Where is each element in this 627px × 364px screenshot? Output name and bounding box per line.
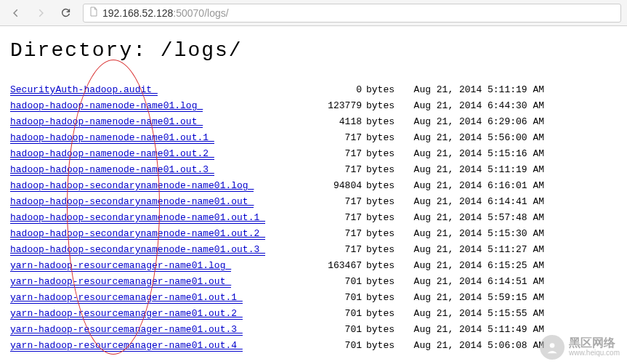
list-item: hadoop-hadoop-namenode-name01.log 123779…	[10, 98, 617, 114]
file-date: Aug 21, 2014 5:57:48 AM	[403, 210, 544, 226]
file-date: Aug 21, 2014 5:11:49 AM	[403, 322, 544, 338]
url-text: 192.168.52.128:50070/logs/	[102, 7, 229, 19]
file-link[interactable]: yarn-hadoop-resourcemanager-name01.out.3	[10, 324, 243, 336]
list-item: hadoop-hadoop-namenode-name01.out.1 717b…	[10, 130, 617, 146]
list-item: hadoop-hadoop-secondarynamenode-name01.o…	[10, 242, 617, 258]
list-item: hadoop-hadoop-namenode-name01.out 4118by…	[10, 114, 617, 130]
browser-toolbar: 192.168.52.128:50070/logs/	[0, 0, 627, 26]
url-host: 192.168.52.128	[102, 7, 173, 19]
file-link[interactable]: hadoop-hadoop-namenode-name01.out	[10, 116, 203, 128]
watermark: 黑区网络 www.heiqu.com	[540, 335, 620, 360]
file-link[interactable]: hadoop-hadoop-namenode-name01.log	[10, 100, 203, 112]
file-size: 717	[286, 162, 366, 178]
file-size: 701	[286, 322, 366, 338]
file-link[interactable]: yarn-hadoop-resourcemanager-name01.out.4	[10, 340, 243, 352]
url-rest: :50070/logs/	[173, 7, 228, 19]
file-date: Aug 21, 2014 5:15:16 AM	[403, 146, 544, 162]
directory-listing: SecurityAuth-hadoop.audit 0bytes Aug 21,…	[10, 82, 617, 354]
file-size: 701	[286, 306, 366, 322]
file-size: 701	[286, 338, 366, 354]
file-size: 701	[286, 274, 366, 290]
file-date: Aug 21, 2014 6:44:30 AM	[403, 98, 544, 114]
file-link[interactable]: yarn-hadoop-resourcemanager-name01.out.1	[10, 292, 243, 304]
file-size-unit: bytes	[366, 162, 403, 178]
file-date: Aug 21, 2014 6:14:51 AM	[403, 274, 544, 290]
file-size-unit: bytes	[366, 290, 403, 306]
file-size-unit: bytes	[366, 306, 403, 322]
watermark-url: www.heiqu.com	[569, 349, 620, 357]
file-date: Aug 21, 2014 5:06:08 AM	[403, 338, 544, 354]
list-item: yarn-hadoop-resourcemanager-name01.out.3…	[10, 322, 617, 338]
file-link[interactable]: hadoop-hadoop-secondarynamenode-name01.o…	[10, 244, 265, 256]
file-link[interactable]: yarn-hadoop-resourcemanager-name01.out	[10, 276, 231, 288]
file-size-unit: bytes	[366, 178, 403, 194]
file-date: Aug 21, 2014 5:11:19 AM	[403, 162, 544, 178]
reload-button[interactable]	[55, 3, 76, 23]
file-size-unit: bytes	[366, 82, 403, 98]
list-item: yarn-hadoop-resourcemanager-name01.log 1…	[10, 258, 617, 274]
file-link[interactable]: hadoop-hadoop-namenode-name01.out.1	[10, 132, 214, 144]
list-item: hadoop-hadoop-secondarynamenode-name01.o…	[10, 210, 617, 226]
file-date: Aug 21, 2014 6:14:41 AM	[403, 194, 544, 210]
file-date: Aug 21, 2014 5:15:55 AM	[403, 306, 544, 322]
file-size: 717	[286, 194, 366, 210]
file-size-unit: bytes	[366, 130, 403, 146]
file-size-unit: bytes	[366, 274, 403, 290]
file-size: 717	[286, 146, 366, 162]
file-date: Aug 21, 2014 5:11:19 AM	[403, 82, 544, 98]
list-item: hadoop-hadoop-secondarynamenode-name01.o…	[10, 194, 617, 210]
file-date: Aug 21, 2014 6:29:06 AM	[403, 114, 544, 130]
file-size-unit: bytes	[366, 338, 403, 354]
file-link[interactable]: hadoop-hadoop-secondarynamenode-name01.o…	[10, 196, 254, 208]
file-size: 163467	[286, 258, 366, 274]
watermark-icon	[540, 335, 565, 360]
list-item: yarn-hadoop-resourcemanager-name01.out.4…	[10, 338, 617, 354]
file-link[interactable]: hadoop-hadoop-secondarynamenode-name01.o…	[10, 212, 265, 224]
file-size-unit: bytes	[366, 258, 403, 274]
file-date: Aug 21, 2014 5:56:00 AM	[403, 130, 544, 146]
file-link[interactable]: SecurityAuth-hadoop.audit	[10, 84, 158, 96]
file-size-unit: bytes	[366, 194, 403, 210]
file-date: Aug 21, 2014 5:15:30 AM	[403, 226, 544, 242]
file-link[interactable]: yarn-hadoop-resourcemanager-name01.log	[10, 260, 231, 272]
list-item: hadoop-hadoop-secondarynamenode-name01.l…	[10, 178, 617, 194]
list-item: hadoop-hadoop-secondarynamenode-name01.o…	[10, 226, 617, 242]
file-date: Aug 21, 2014 5:59:15 AM	[403, 290, 544, 306]
file-size: 717	[286, 130, 366, 146]
back-button[interactable]	[6, 3, 26, 23]
file-size: 701	[286, 290, 366, 306]
file-size-unit: bytes	[366, 210, 403, 226]
svg-point-0	[550, 343, 555, 348]
file-size-unit: bytes	[366, 98, 403, 114]
file-size: 94804	[286, 178, 366, 194]
list-item: yarn-hadoop-resourcemanager-name01.out.1…	[10, 290, 617, 306]
list-item: yarn-hadoop-resourcemanager-name01.out 7…	[10, 274, 617, 290]
file-size-unit: bytes	[366, 242, 403, 258]
file-date: Aug 21, 2014 6:15:25 AM	[403, 258, 544, 274]
file-link[interactable]: hadoop-hadoop-secondarynamenode-name01.l…	[10, 180, 254, 192]
file-size-unit: bytes	[366, 146, 403, 162]
page-content: Directory: /logs/ SecurityAuth-hadoop.au…	[0, 26, 627, 364]
file-link[interactable]: hadoop-hadoop-secondarynamenode-name01.o…	[10, 228, 265, 240]
file-size: 717	[286, 210, 366, 226]
file-link[interactable]: yarn-hadoop-resourcemanager-name01.out.2	[10, 308, 243, 320]
list-item: yarn-hadoop-resourcemanager-name01.out.2…	[10, 306, 617, 322]
list-item: hadoop-hadoop-namenode-name01.out.3 717b…	[10, 162, 617, 178]
list-item: SecurityAuth-hadoop.audit 0bytes Aug 21,…	[10, 82, 617, 98]
file-size: 0	[286, 82, 366, 98]
watermark-title: 黑区网络	[569, 337, 620, 349]
file-size: 717	[286, 242, 366, 258]
list-item: hadoop-hadoop-namenode-name01.out.2 717b…	[10, 146, 617, 162]
file-date: Aug 21, 2014 5:11:27 AM	[403, 242, 544, 258]
file-link[interactable]: hadoop-hadoop-namenode-name01.out.3	[10, 164, 214, 176]
file-size: 717	[286, 226, 366, 242]
url-bar[interactable]: 192.168.52.128:50070/logs/	[83, 4, 621, 23]
forward-button[interactable]	[31, 3, 51, 23]
page-icon	[89, 7, 98, 19]
file-size-unit: bytes	[366, 114, 403, 130]
page-title: Directory: /logs/	[10, 39, 617, 62]
file-date: Aug 21, 2014 6:16:01 AM	[403, 178, 544, 194]
file-link[interactable]: hadoop-hadoop-namenode-name01.out.2	[10, 148, 214, 160]
file-size: 4118	[286, 114, 366, 130]
file-size: 123779	[286, 98, 366, 114]
